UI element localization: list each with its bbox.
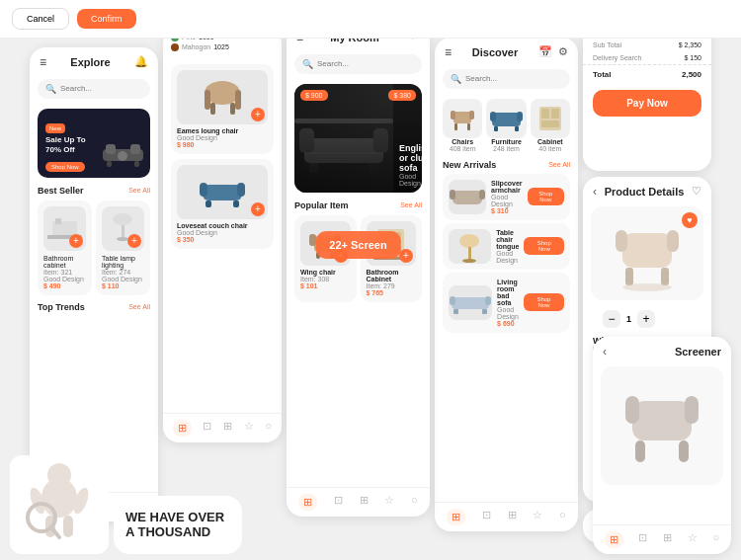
table-chair-shop-button[interactable]: Shop Now [524,237,564,255]
detail-heart-icon[interactable]: ♡ [692,185,701,198]
screener-title: Screener [675,346,721,358]
product-card-bathroom: + Bathroom cabinet Item: 321 Good Design… [38,200,92,295]
slipcover-name: Slipcover armchair [491,180,523,194]
chairs-count: 408 item [443,145,482,152]
room-sofa-brand: Good Design [399,173,422,187]
quantity-value: 1 [626,314,631,324]
screener-screen: ‹ Screener ⊞ ⊡ ⊞ ☆ ○ [593,337,731,554]
svg-rect-18 [200,183,207,197]
svg-rect-16 [235,90,241,110]
furniture-category[interactable]: Furniture 248 item [486,99,526,152]
pay-now-button[interactable]: Pay Now [593,90,701,117]
svg-rect-66 [667,230,679,252]
slipcover-img [449,180,486,214]
category-row: Chairs 408 item Furniture 248 item [435,95,578,156]
detail-back-icon[interactable]: ‹ [593,185,597,199]
discover-search-bar[interactable]: 🔍 [443,69,570,89]
nav5-grid-icon[interactable]: ⊞ [663,531,672,548]
add-lamp-button[interactable]: + [127,234,141,248]
confirm-button[interactable]: Confirm [77,9,136,29]
product-card-lamp: + Table lamp lighting Item: 274 Good Des… [96,200,150,295]
svg-rect-63 [482,309,487,314]
slipcover-shop-button[interactable]: Shop Now [528,188,564,205]
cabinet-category[interactable]: Cabinet 40 item [531,99,570,152]
explore-title: Explore [70,56,110,68]
lamp-brand: Good Design [102,276,144,282]
add-bathroom-cabinet-button[interactable]: + [399,249,413,263]
payment-screen: Payment Details 5 Item Sub Total $ 2,350… [583,18,711,171]
top-trends-label: Top Trends [38,302,85,312]
svg-point-56 [459,234,479,248]
qty-section: − 1 + [583,304,711,334]
new-arrivals-see-all[interactable]: See All [548,161,570,168]
loveseat-img: + [177,165,268,219]
svg-rect-21 [233,200,239,207]
screener-bottom-nav: ⊞ ⊡ ⊞ ☆ ○ [593,524,731,554]
svg-rect-14 [230,103,235,115]
svg-rect-42 [454,123,457,130]
slipcover-item: Slipcover armchair Good Design $ 310 Sho… [443,174,570,220]
increase-qty-button[interactable]: + [637,310,655,328]
my-room-search-input[interactable] [317,59,414,68]
svg-rect-61 [485,296,491,305]
chairs-label: Chairs [443,138,482,145]
my-room-search-bar[interactable]: 🔍 [294,54,422,74]
svg-rect-3 [107,161,112,167]
svg-rect-7 [55,218,61,224]
discover-menu-icon: ≡ [445,45,452,59]
popular-see-all[interactable]: See All [400,201,422,208]
add-loveseat-button[interactable]: + [251,202,265,216]
nav5-star-icon[interactable]: ☆ [688,531,698,548]
svg-rect-65 [616,230,627,252]
best-seller-header: Best Seller See All [30,182,158,198]
top-trends-see-all[interactable]: See All [128,303,150,310]
slipcover-info: Slipcover armchair Good Design $ 310 [486,180,528,214]
explore-search-bar[interactable]: 🔍 [38,79,150,99]
living-room-shop-button[interactable]: Shop Now [524,293,564,311]
nav5-profile-icon[interactable]: ○ [712,531,719,548]
bathroom-price: $ 490 [43,282,86,289]
best-seller-grid: + Bathroom cabinet Item: 321 Good Design… [30,198,158,298]
svg-rect-82 [632,401,692,440]
chairs-category[interactable]: Chairs 408 item [443,99,482,152]
discover-title: Discover [472,46,518,58]
furniture-img [486,99,526,138]
delivery-value: $ 150 [684,54,701,61]
screens-count-badge: 22+ Screen [315,231,400,259]
table-chair-img [449,229,491,264]
cancel-button[interactable]: Cancel [12,8,69,30]
discover-calendar-icon[interactable]: 📅 [538,45,552,58]
cabinet-price: $ 765 [367,289,417,296]
add-bathroom-button[interactable]: + [69,234,83,248]
nav5-explore-icon[interactable]: ⊡ [638,531,647,548]
wing-item: Item: 308 [300,276,351,282]
svg-rect-55 [479,190,485,200]
best-seller-see-all[interactable]: See All [128,187,150,194]
wing-price: $ 101 [300,282,351,289]
menu-icon: ≡ [40,55,46,69]
bottom-row: WE HAVE OVER A THOUSAND ‹ Screener ⊞ ⊡ ⊞… [0,337,741,560]
mahogon-value: 1025 [213,43,229,50]
discover-settings-icon[interactable]: ⚙ [558,45,568,58]
bottom-text-line2: A THOUSAND [125,524,230,540]
lamp-name: Table lamp lighting [102,255,144,269]
decrease-qty-button[interactable]: − [603,310,620,328]
svg-rect-4 [134,161,139,167]
cabinet-img [531,99,570,138]
fav-icon[interactable]: ♥ [682,212,698,228]
svg-rect-2 [130,144,140,154]
shop-now-button[interactable]: Shop Now [45,162,85,172]
discover-search-input[interactable] [465,74,562,83]
delivery-label: Delivery Search [593,54,641,61]
living-room-img [449,285,492,320]
my-room-search-icon: 🔍 [302,59,313,69]
nav5-home-icon[interactable]: ⊞ [605,531,623,548]
lamp-img: + [102,206,144,251]
total-row: Total 2,500 [583,64,711,84]
screener-back-icon[interactable]: ‹ [603,345,607,359]
total-label: Total [593,70,612,79]
svg-rect-59 [452,297,489,309]
add-eames-button[interactable]: + [251,108,265,121]
explore-search-input[interactable] [60,84,142,93]
svg-rect-86 [679,440,689,462]
